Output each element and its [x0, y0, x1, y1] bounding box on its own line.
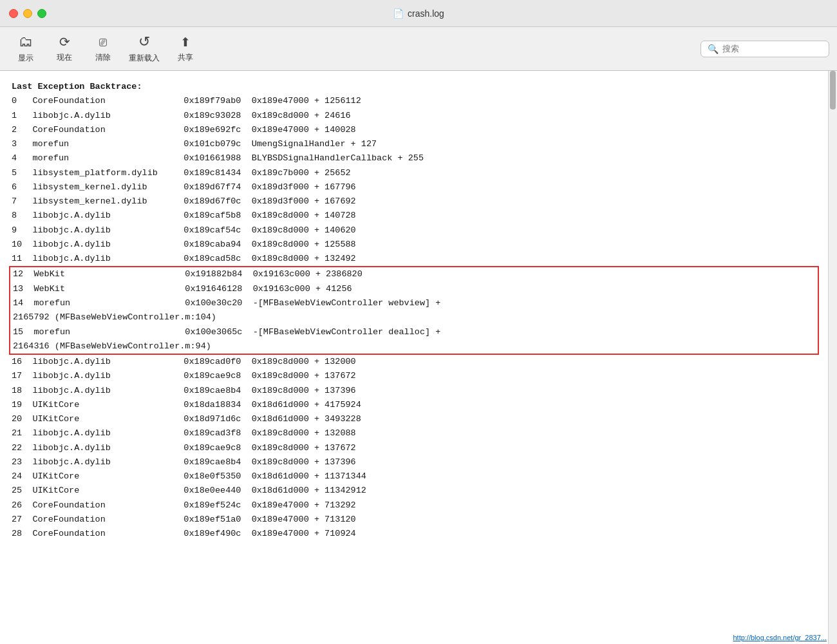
- table-row: 19 UIKitCore 0x18da18834 0x18d61d000 + 4…: [12, 398, 816, 412]
- now-button[interactable]: ⟳ 现在: [46, 31, 82, 67]
- highlighted-section: 12 WebKit 0x191882b84 0x19163c000 + 2386…: [9, 266, 819, 355]
- table-row: 13 WebKit 0x191646128 0x19163c000 + 4125…: [13, 282, 815, 296]
- table-row: 17 libobjc.A.dylib 0x189cae9c8 0x189c8d0…: [12, 369, 816, 383]
- table-row: 18 libobjc.A.dylib 0x189cae8b4 0x189c8d0…: [12, 384, 816, 398]
- table-row: 27 CoreFoundation 0x189ef51a0 0x189e4700…: [12, 513, 816, 527]
- show-button[interactable]: 🗂 显示: [8, 31, 44, 67]
- table-row: 20 UIKitCore 0x18d971d6c 0x18d61d000 + 3…: [12, 412, 816, 426]
- title-bar: 📄 crash.log: [0, 0, 837, 27]
- table-row: 7 libsystem_kernel.dylib 0x189d67f0c 0x1…: [12, 194, 816, 209]
- now-icon: ⟳: [59, 34, 70, 50]
- maximize-button[interactable]: [37, 9, 46, 18]
- table-row: 10 libobjc.A.dylib 0x189caba94 0x189c8d0…: [12, 238, 816, 252]
- minimize-button[interactable]: [23, 9, 32, 18]
- table-row: 9 libobjc.A.dylib 0x189caf54c 0x189c8d00…: [12, 223, 816, 238]
- show-icon: 🗂: [19, 33, 33, 50]
- clear-icon: ⎚: [99, 35, 107, 50]
- share-icon: ⬆: [180, 35, 191, 50]
- table-row: 23 libobjc.A.dylib 0x189cae8b4 0x189c8d0…: [12, 455, 816, 469]
- search-icon: 🔍: [708, 44, 719, 54]
- toolbar: 🗂 显示 ⟳ 现在 ⎚ 清除 ↺ 重新载入 ⬆ 共享 🔍: [0, 27, 837, 71]
- log-area[interactable]: Last Exception Backtrace: 0 CoreFoundati…: [0, 71, 828, 644]
- table-row: 26 CoreFoundation 0x189ef524c 0x189e4700…: [12, 498, 816, 513]
- search-bar[interactable]: 🔍: [701, 41, 829, 57]
- url-bar: http://blog.csdn.net/gr_2837...: [733, 634, 827, 641]
- table-row: 16 libobjc.A.dylib 0x189cad0f0 0x189c8d0…: [12, 355, 816, 369]
- table-row: 12 WebKit 0x191882b84 0x19163c000 + 2386…: [13, 267, 815, 281]
- table-row: 6 libsystem_kernel.dylib 0x189d67f74 0x1…: [12, 180, 816, 194]
- table-row: 4 morefun 0x101661988 BLYBSDSignalHandle…: [12, 151, 816, 166]
- share-button[interactable]: ⬆ 共享: [167, 31, 203, 67]
- log-lines-after: 16 libobjc.A.dylib 0x189cad0f0 0x189c8d0…: [12, 355, 816, 541]
- scrollbar-thumb[interactable]: [830, 71, 836, 109]
- table-row: 8 libobjc.A.dylib 0x189caf5b8 0x189c8d00…: [12, 209, 816, 223]
- reload-button[interactable]: ↺ 重新载入: [124, 31, 165, 67]
- table-row: 0 CoreFoundation 0x189f79ab0 0x189e47000…: [12, 94, 816, 108]
- table-row: 5 libsystem_platform.dylib 0x189c81434 0…: [12, 166, 816, 180]
- log-header: Last Exception Backtrace:: [12, 80, 816, 94]
- table-row: 15 morefun 0x100e3065c -[MFBaseWebViewCo…: [13, 325, 815, 354]
- table-row: 25 UIKitCore 0x18e0ee440 0x18d61d000 + 1…: [12, 484, 816, 498]
- content-area: Last Exception Backtrace: 0 CoreFoundati…: [0, 71, 837, 644]
- table-row: 24 UIKitCore 0x18e0f5350 0x18d61d000 + 1…: [12, 469, 816, 484]
- file-icon: 📄: [393, 8, 404, 19]
- window-controls: [9, 9, 46, 18]
- reload-icon: ↺: [138, 33, 150, 50]
- close-button[interactable]: [9, 9, 18, 18]
- table-row: 2 CoreFoundation 0x189e692fc 0x189e47000…: [12, 123, 816, 137]
- window-title: 📄 crash.log: [393, 8, 444, 19]
- table-row: 3 morefun 0x101cb079c UmengSignalHandler…: [12, 137, 816, 151]
- table-row: 22 libobjc.A.dylib 0x189cae9c8 0x189c8d0…: [12, 441, 816, 455]
- table-row: 28 CoreFoundation 0x189ef490c 0x189e4700…: [12, 527, 816, 541]
- table-row: 21 libobjc.A.dylib 0x189cad3f8 0x189c8d0…: [12, 426, 816, 440]
- table-row: 11 libobjc.A.dylib 0x189cad58c 0x189c8d0…: [12, 252, 816, 266]
- clear-button[interactable]: ⎚ 清除: [85, 31, 121, 67]
- table-row: 1 libobjc.A.dylib 0x189c93028 0x189c8d00…: [12, 109, 816, 123]
- log-lines-before: 0 CoreFoundation 0x189f79ab0 0x189e47000…: [12, 94, 816, 266]
- table-row: 14 morefun 0x100e30c20 -[MFBaseWebViewCo…: [13, 296, 815, 325]
- scrollbar[interactable]: [828, 71, 837, 644]
- search-input[interactable]: [722, 44, 822, 53]
